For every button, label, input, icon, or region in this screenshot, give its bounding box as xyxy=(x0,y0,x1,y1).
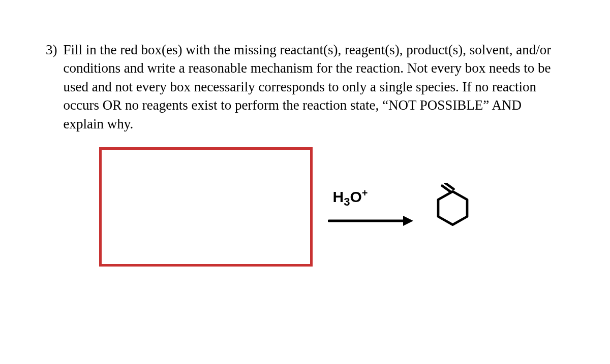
reagent-mid: O xyxy=(350,188,361,205)
reaction-arrow-icon xyxy=(328,215,414,227)
svg-marker-2 xyxy=(438,191,467,225)
reagent-superscript: + xyxy=(362,187,368,198)
reagent-label: H3O+ xyxy=(328,187,368,209)
product-structure-cyclohexanone-icon xyxy=(429,183,477,231)
svg-marker-1 xyxy=(403,216,413,226)
reaction-arrow-block: H3O+ xyxy=(328,187,414,227)
reaction-scheme: H3O+ xyxy=(64,147,565,267)
question-number: 3) xyxy=(46,41,57,59)
reagent-subscript: 3 xyxy=(344,195,350,208)
question-text: Fill in the red box(es) with the missing… xyxy=(64,41,565,133)
reagent-base: H xyxy=(333,188,344,205)
question-body: Fill in the red box(es) with the missing… xyxy=(64,41,565,267)
reactant-red-box xyxy=(99,147,313,267)
question-container: 3) Fill in the red box(es) with the miss… xyxy=(46,41,564,267)
